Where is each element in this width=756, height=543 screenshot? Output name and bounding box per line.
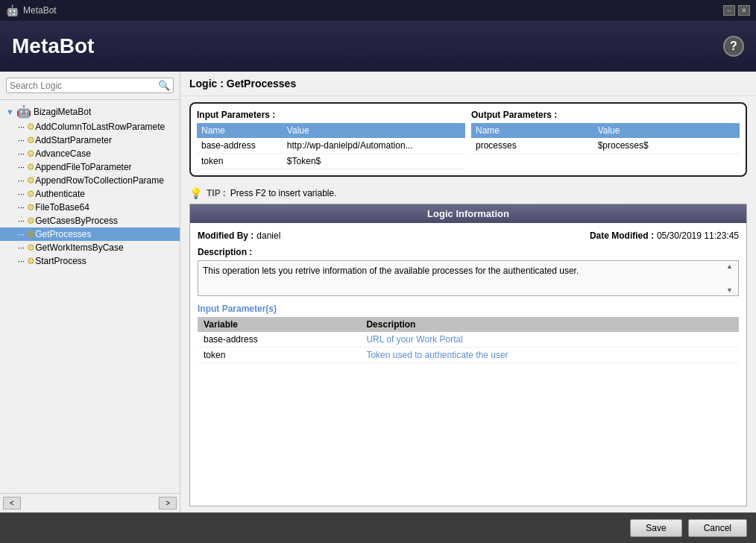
logic-info-header: Logic Information [190,204,746,223]
cancel-button[interactable]: Cancel [688,519,747,537]
gear-icon: ⚙ [27,202,35,213]
logic-info-body[interactable]: Modified By : daniel Date Modified : 05/… [190,223,746,506]
connector-icon: ··· [18,243,25,252]
list-item[interactable]: ··· ⚙ StartProcess [0,254,180,268]
app-header: MetaBot ? [0,21,756,72]
close-button[interactable]: ✕ [738,5,750,16]
table-row[interactable]: base-address http://wp-danielpd/Automati… [197,138,465,154]
info-col-description: Description [360,317,739,332]
params-section: Input Parameters : Name Value base-ad [189,102,747,177]
help-button[interactable]: ? [723,36,744,57]
tree-item-label: GetCasesByProcess [35,216,118,226]
list-item[interactable]: ··· ⚙ AddStartParameter [0,134,180,147]
connector-icon: ··· [18,203,25,212]
search-box: 🔍 [0,72,180,100]
info-description: URL of your Work Portal [360,332,739,348]
tree-item-label: Authenticate [35,189,85,199]
input-col-value: Value [283,123,465,138]
sidebar: 🔍 ▼ 🤖 BizagiMetaBot ··· ⚙ AddColumnToLas… [0,72,180,512]
input-params-box: Input Parameters : Name Value base-ad [197,110,465,169]
connector-icon: ··· [18,257,25,266]
logic-prefix: Logic : [189,78,227,90]
description-scroll: ▲ ▼ [726,263,737,294]
info-variable: token [198,348,360,363]
title-bar-app-name: MetaBot [23,5,57,16]
list-item[interactable]: ··· ⚙ AdvanceCase [0,147,180,160]
title-bar-controls: – ✕ [723,5,750,16]
output-col-name: Name [471,123,593,138]
tree-item-label: StartProcess [35,256,86,266]
scroll-down-icon[interactable]: ▼ [726,286,737,294]
tree-item-label: FileToBase64 [35,202,89,213]
tree-item-label: GetWorkItemsByCase [35,242,123,253]
search-input[interactable] [10,81,158,91]
table-row[interactable]: base-address URL of your Work Portal [198,332,739,348]
list-item[interactable]: ··· ⚙ GetCasesByProcess [0,214,180,227]
params-row: Input Parameters : Name Value base-ad [197,110,740,169]
list-item[interactable]: ··· ⚙ AppendRowToCollectionParame [0,174,180,187]
input-col-name: Name [197,123,283,138]
output-params-title: Output Parameters : [471,110,740,120]
app-window: MetaBot ? 🔍 ▼ 🤖 BizagiMetaBot [0,21,756,543]
connector-icon: ··· [18,216,25,225]
table-row[interactable]: processes $processes$ [471,138,740,154]
search-input-wrap: 🔍 [6,78,174,93]
list-item[interactable]: ··· ⚙ FileToBase64 [0,201,180,214]
search-icon: 🔍 [158,80,170,91]
modified-by-label: Modified By : [198,230,253,241]
list-item[interactable]: ··· ⚙ AppendFileToParameter [0,160,180,174]
gear-icon: ⚙ [27,135,35,145]
param-value: http://wp-danielpd/Automation... [283,138,465,154]
list-item[interactable]: ··· ⚙ GetWorkItemsByCase [0,241,180,254]
list-item[interactable]: ··· ⚙ AddColumnToLastRowParamete [0,120,180,134]
date-modified-value: 05/30/2019 11:23:45 [657,230,739,241]
info-col-variable: Variable [198,317,360,332]
tree-item-label: AppendRowToCollectionParame [35,175,164,186]
param-name: base-address [197,138,283,154]
tree-root-label: BizagiMetaBot [34,107,91,117]
info-params-table: Variable Description base-address URL of… [198,317,739,363]
robot-icon: 🤖 [16,104,31,119]
gear-icon: ⚙ [27,122,35,132]
table-row[interactable]: token Token used to authenticate the use… [198,348,739,363]
connector-icon: ··· [18,136,25,145]
main-content: 🔍 ▼ 🤖 BizagiMetaBot ··· ⚙ AddColumnToLas… [0,72,756,512]
table-row[interactable]: token $Token$ [197,154,465,169]
list-item[interactable]: ··· ⚙ Authenticate [0,187,180,201]
list-item-selected[interactable]: ··· ⚙ GetProcesses [0,227,180,241]
description-value: This operation lets you retrive informat… [203,266,579,276]
gear-icon: ⚙ [27,216,35,226]
scroll-right-button[interactable]: > [159,497,177,509]
gear-icon: ⚙ [27,189,35,199]
tree-root[interactable]: ▼ 🤖 BizagiMetaBot [0,103,180,120]
param-name: processes [471,138,593,154]
description-box: This operation lets you retrive informat… [198,260,739,296]
scroll-up-icon[interactable]: ▲ [726,263,737,270]
date-modified: Date Modified : 05/30/2019 11:23:45 [590,230,739,241]
expand-icon: ▼ [6,107,14,116]
input-params-section-label: Input Parameter(s) [198,304,739,314]
tip-label: TIP : [207,188,226,198]
input-params-title: Input Parameters : [197,110,465,120]
bulb-icon: 💡 [189,187,202,199]
title-bar-left: 🤖 MetaBot [6,4,57,16]
gear-icon: ⚙ [27,256,35,266]
param-value: $Token$ [283,154,465,169]
scroll-left-button[interactable]: < [3,497,21,509]
modified-by: Modified By : daniel [198,230,280,241]
app-title: MetaBot [12,34,94,58]
tree-item-label: AdvanceCase [35,148,91,159]
save-button[interactable]: Save [630,519,681,537]
connector-icon: ··· [18,176,25,185]
modified-by-value: daniel [256,230,280,241]
footer: Save Cancel [0,512,756,543]
logic-header: Logic : GetProcesses [180,72,756,96]
input-params-table: Name Value base-address http://wp-daniel… [197,123,465,169]
date-modified-label: Date Modified : [590,230,654,241]
gear-icon: ⚙ [27,162,35,172]
tip-text: Press F2 to insert variable. [230,188,337,198]
meta-row: Modified By : daniel Date Modified : 05/… [198,230,739,241]
info-variable: base-address [198,332,360,348]
minimize-button[interactable]: – [723,5,735,16]
output-params-box: Output Parameters : Name Value proces [471,110,740,169]
